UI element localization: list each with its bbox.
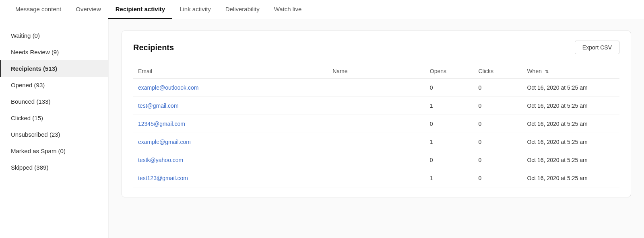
tab-watch-live[interactable]: Watch live [267, 0, 309, 19]
sidebar: Waiting (0)Needs Review (9)Recipients (5… [0, 19, 109, 238]
col-header-when[interactable]: When ⇅ [522, 64, 619, 79]
panel-header: Recipients Export CSV [133, 41, 619, 54]
table-row: 12345@gmail.com00Oct 16, 2020 at 5:25 am [133, 115, 619, 133]
top-nav: Message contentOverviewRecipient activit… [0, 0, 644, 19]
main-layout: Waiting (0)Needs Review (9)Recipients (5… [0, 19, 644, 238]
table-row: example@outloook.com00Oct 16, 2020 at 5:… [133, 79, 619, 97]
table-body: example@outloook.com00Oct 16, 2020 at 5:… [133, 79, 619, 187]
sidebar-item-skipped[interactable]: Skipped (389) [0, 159, 108, 176]
table-row: test@gmail.com10Oct 16, 2020 at 5:25 am [133, 97, 619, 115]
tab-overview[interactable]: Overview [68, 0, 108, 19]
sidebar-item-marked-as-spam[interactable]: Marked as Spam (0) [0, 143, 108, 159]
cell-opens-1: 1 [425, 97, 474, 115]
recipients-panel: Recipients Export CSV EmailNameOpensClic… [122, 31, 631, 197]
cell-clicks-3: 0 [474, 133, 522, 151]
email-link-4[interactable]: testk@yahoo.com [138, 157, 183, 163]
cell-email-5: test123@gmail.com [133, 169, 328, 187]
table-header-row: EmailNameOpensClicksWhen ⇅ [133, 64, 619, 79]
cell-name-3 [328, 133, 425, 151]
cell-name-0 [328, 79, 425, 97]
email-link-3[interactable]: example@gmail.com [138, 139, 191, 145]
cell-email-1: test@gmail.com [133, 97, 328, 115]
cell-opens-4: 0 [425, 151, 474, 169]
cell-name-2 [328, 115, 425, 133]
cell-email-2: 12345@gmail.com [133, 115, 328, 133]
cell-opens-2: 0 [425, 115, 474, 133]
tab-link-activity[interactable]: Link activity [172, 0, 218, 19]
tab-deliverability[interactable]: Deliverability [218, 0, 267, 19]
sidebar-item-waiting[interactable]: Waiting (0) [0, 27, 108, 44]
sidebar-item-clicked[interactable]: Clicked (15) [0, 110, 108, 126]
cell-opens-0: 0 [425, 79, 474, 97]
table-row: example@gmail.com10Oct 16, 2020 at 5:25 … [133, 133, 619, 151]
cell-clicks-1: 0 [474, 97, 522, 115]
cell-when-4: Oct 16, 2020 at 5:25 am [522, 151, 619, 169]
sidebar-item-bounced[interactable]: Bounced (133) [0, 93, 108, 110]
cell-email-4: testk@yahoo.com [133, 151, 328, 169]
email-link-1[interactable]: test@gmail.com [138, 103, 179, 109]
cell-when-2: Oct 16, 2020 at 5:25 am [522, 115, 619, 133]
cell-email-0: example@outloook.com [133, 79, 328, 97]
cell-email-3: example@gmail.com [133, 133, 328, 151]
content-area: Recipients Export CSV EmailNameOpensClic… [109, 19, 644, 238]
sidebar-item-opened[interactable]: Opened (93) [0, 77, 108, 93]
email-link-0[interactable]: example@outloook.com [138, 84, 198, 91]
cell-clicks-0: 0 [474, 79, 522, 97]
table-row: testk@yahoo.com00Oct 16, 2020 at 5:25 am [133, 151, 619, 169]
cell-name-5 [328, 169, 425, 187]
sidebar-item-recipients[interactable]: Recipients (513) [0, 60, 108, 77]
col-header-email: Email [133, 64, 328, 79]
panel-title: Recipients [133, 43, 174, 52]
cell-name-4 [328, 151, 425, 169]
col-header-name: Name [328, 64, 425, 79]
cell-opens-5: 1 [425, 169, 474, 187]
sidebar-item-needs-review[interactable]: Needs Review (9) [0, 44, 108, 60]
export-csv-button[interactable]: Export CSV [575, 41, 619, 54]
cell-when-5: Oct 16, 2020 at 5:25 am [522, 169, 619, 187]
table-row: test123@gmail.com10Oct 16, 2020 at 5:25 … [133, 169, 619, 187]
tab-message-content[interactable]: Message content [8, 0, 68, 19]
sort-icon: ⇅ [545, 69, 549, 74]
email-link-5[interactable]: test123@gmail.com [138, 175, 188, 181]
sidebar-item-unsubscribed[interactable]: Unsubscribed (23) [0, 126, 108, 143]
col-header-opens: Opens [425, 64, 474, 79]
cell-name-1 [328, 97, 425, 115]
cell-clicks-5: 0 [474, 169, 522, 187]
cell-opens-3: 1 [425, 133, 474, 151]
cell-clicks-2: 0 [474, 115, 522, 133]
recipients-table: EmailNameOpensClicksWhen ⇅ example@outlo… [133, 64, 619, 187]
email-link-2[interactable]: 12345@gmail.com [138, 121, 185, 127]
cell-when-3: Oct 16, 2020 at 5:25 am [522, 133, 619, 151]
tab-recipient-activity[interactable]: Recipient activity [108, 0, 172, 19]
cell-clicks-4: 0 [474, 151, 522, 169]
col-header-clicks: Clicks [474, 64, 522, 79]
table-head: EmailNameOpensClicksWhen ⇅ [133, 64, 619, 79]
cell-when-0: Oct 16, 2020 at 5:25 am [522, 79, 619, 97]
cell-when-1: Oct 16, 2020 at 5:25 am [522, 97, 619, 115]
